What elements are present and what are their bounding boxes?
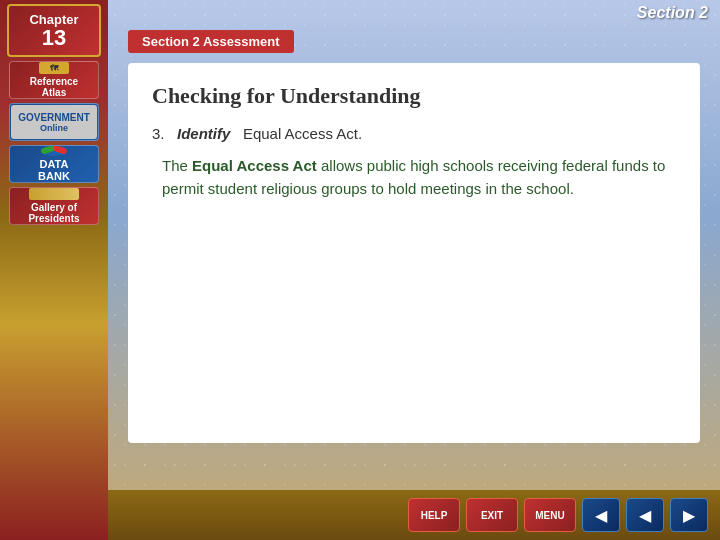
assessment-banner: Section 2 Assessment xyxy=(128,30,294,53)
atlas-line2: Atlas xyxy=(42,87,66,98)
gov-logo: GOVERNMENT xyxy=(18,112,90,123)
atlas-icon: 🗺 xyxy=(39,62,69,74)
exit-button[interactable]: EXIT xyxy=(466,498,518,532)
answer-term: Equal Access Act xyxy=(192,157,317,174)
data-circle-icon xyxy=(41,146,67,156)
answer-paragraph: The Equal Access Act allows public high … xyxy=(152,154,676,201)
prev-button[interactable]: ◀ xyxy=(582,498,620,532)
back-button[interactable]: ◀ xyxy=(626,498,664,532)
chapter-box: Chapter 13 xyxy=(7,4,101,57)
identify-label: Identify xyxy=(177,125,230,142)
main-content: Section 2 Assessment Checking for Unders… xyxy=(108,0,720,490)
sidebar-item-government[interactable]: GOVERNMENT Online xyxy=(9,103,99,141)
sidebar: Chapter 13 🗺 Reference Atlas GOVERNMENT … xyxy=(0,0,108,540)
question-line: 3. Identify Equal Access Act. xyxy=(152,125,676,142)
answer-intro: The xyxy=(162,157,192,174)
content-box: Checking for Understanding 3. Identify E… xyxy=(128,63,700,443)
gallery-line1: Gallery of xyxy=(31,202,77,213)
sidebar-item-atlas[interactable]: 🗺 Reference Atlas xyxy=(9,61,99,99)
bottom-nav-bar: HELP EXIT MENU ◀ ◀ ▶ xyxy=(108,490,720,540)
menu-button[interactable]: MENU xyxy=(524,498,576,532)
gallery-image xyxy=(29,188,79,200)
gov-inner: GOVERNMENT Online xyxy=(11,105,97,139)
question-text: Equal Access Act. xyxy=(243,125,362,142)
data-line1: DATA xyxy=(40,158,69,170)
question-number: 3. xyxy=(152,125,165,142)
gallery-line2: Presidents xyxy=(28,213,79,224)
sidebar-item-data-bank[interactable]: DATA BANK xyxy=(9,145,99,183)
gov-online: Online xyxy=(40,123,68,133)
help-button[interactable]: HELP xyxy=(408,498,460,532)
page-title: Checking for Understanding xyxy=(152,83,676,109)
sidebar-item-gallery[interactable]: Gallery of Presidents xyxy=(9,187,99,225)
section-label: Section 2 xyxy=(637,4,708,22)
chapter-number: 13 xyxy=(17,27,91,49)
next-button[interactable]: ▶ xyxy=(670,498,708,532)
atlas-line1: Reference xyxy=(30,76,78,87)
data-line2: BANK xyxy=(38,170,70,182)
